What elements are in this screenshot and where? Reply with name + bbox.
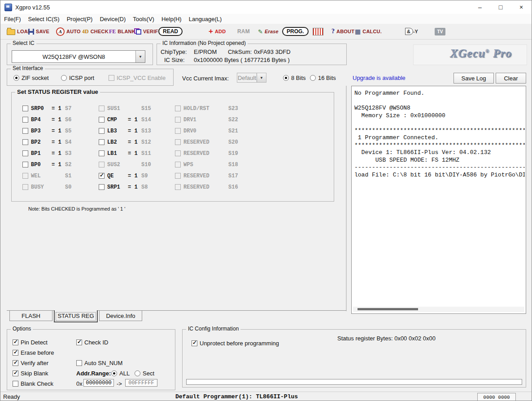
bit-bp0[interactable]: BP0 = 1 S2: [22, 161, 71, 168]
splitter[interactable]: [346, 86, 347, 311]
reserved-s17-checkbox[interactable]: [175, 173, 181, 179]
unprotect-checkbox[interactable]: Unprotect before programming: [192, 339, 279, 347]
bp0-checkbox[interactable]: [22, 162, 28, 167]
bit-hold-rst[interactable]: HOLD/RST S23: [175, 105, 238, 112]
bit-reserved-s19[interactable]: RESERVED S19: [175, 150, 238, 157]
auto-sn-checkbox[interactable]: Auto SN_NUM: [76, 359, 122, 366]
bp3-checkbox[interactable]: [22, 128, 28, 134]
icsp-port-radio[interactable]: ICSP port: [61, 74, 94, 81]
bit-bp4[interactable]: BP4 = 1 S6: [22, 116, 71, 123]
unprotect-input[interactable]: [192, 340, 197, 346]
reserved-s20-checkbox[interactable]: [175, 139, 181, 145]
about-button[interactable]: ? ABOUT: [331, 26, 355, 37]
bit-srp1[interactable]: SRP1 = 1 S8: [99, 183, 148, 191]
range-to-input[interactable]: [125, 379, 157, 387]
bit-lb3[interactable]: LB3 = 1 S13: [99, 127, 151, 135]
tab-device-info[interactable]: Device.Info: [99, 311, 142, 321]
addr-all-input[interactable]: [111, 370, 117, 376]
bit-bp1[interactable]: BP1 = 1 S3: [22, 150, 71, 157]
prog-button[interactable]: PROG.: [281, 26, 310, 37]
bit-drv0[interactable]: DRV0 S21: [175, 127, 238, 135]
bit-busy[interactable]: BUSY S0: [22, 183, 71, 191]
bits16-radio[interactable]: 16 Bits: [310, 74, 336, 81]
calcu-button[interactable]: ▦ CALCU.: [354, 26, 383, 37]
icsp-radio-input[interactable]: [61, 75, 67, 81]
tv-button[interactable]: TV: [434, 26, 446, 37]
drv0-checkbox[interactable]: [175, 128, 181, 134]
bit-bp2[interactable]: BP2 = 1 S4: [22, 138, 71, 146]
sus2-checkbox[interactable]: [99, 162, 105, 167]
bit-wel[interactable]: WEL S1: [22, 172, 71, 180]
reserved-s19-checkbox[interactable]: [175, 150, 181, 156]
auto-sn-input[interactable]: [76, 360, 82, 366]
lb2-checkbox[interactable]: [99, 139, 105, 145]
bp1-checkbox[interactable]: [22, 150, 28, 156]
clear-button[interactable]: Clear: [496, 73, 526, 84]
save-button[interactable]: SAVE: [27, 26, 50, 37]
bit-srp0[interactable]: SRP0 = 1 S7: [22, 105, 71, 112]
maximize-button[interactable]: □: [490, 0, 511, 14]
check-id-input[interactable]: [76, 339, 82, 345]
cmp-checkbox[interactable]: [99, 117, 105, 123]
bit-drv1[interactable]: DRV1 S22: [175, 116, 238, 123]
bit-sus1[interactable]: SUS1 S15: [99, 105, 151, 112]
icsp-vcc-input[interactable]: [109, 75, 114, 81]
check-id-checkbox[interactable]: Check ID: [76, 339, 108, 346]
chevron-down-icon[interactable]: ▼: [135, 51, 145, 62]
wps-checkbox[interactable]: [175, 162, 181, 167]
srp0-checkbox[interactable]: [22, 106, 28, 111]
read-button[interactable]: READ: [157, 26, 183, 37]
busy-checkbox[interactable]: [22, 184, 28, 190]
pin-detect-checkbox[interactable]: Pin Detect: [13, 339, 48, 346]
lb1-checkbox[interactable]: [99, 150, 105, 156]
bit-reserved-s20[interactable]: RESERVED S20: [175, 138, 238, 146]
verify-after-input[interactable]: [13, 360, 18, 366]
menu-language[interactable]: Language(L): [185, 14, 226, 24]
hold-rst-checkbox[interactable]: [175, 106, 181, 111]
menu-select-ic[interactable]: Select IC(S): [25, 14, 63, 24]
menu-tools[interactable]: Tools(V): [129, 14, 158, 24]
bit-sus2[interactable]: SUS2 S10: [99, 161, 151, 168]
pin-detect-input[interactable]: [13, 339, 18, 345]
ram-button[interactable]: RAM: [236, 26, 251, 37]
vcc-current-dropdown[interactable]: Default ▼: [237, 73, 266, 83]
zif-radio-input[interactable]: [13, 75, 19, 81]
auto-button[interactable]: A AUTO: [55, 26, 82, 37]
sus1-checkbox[interactable]: [99, 106, 105, 111]
log-horizontal-scrollbar[interactable]: [353, 307, 524, 312]
icsp-vcc-checkbox[interactable]: ICSP_VCC Enable: [109, 74, 166, 81]
menu-help[interactable]: Help(H): [158, 14, 185, 24]
reserved-s16-checkbox[interactable]: [175, 184, 181, 190]
scrollbar-thumb[interactable]: [358, 308, 418, 310]
chip-test-button[interactable]: [312, 26, 324, 37]
save-log-button[interactable]: Save Log: [454, 73, 494, 84]
lb3-checkbox[interactable]: [99, 128, 105, 134]
bits16-input[interactable]: [310, 75, 316, 81]
drv1-checkbox[interactable]: [175, 117, 181, 123]
addr-all-radio[interactable]: ALL: [111, 370, 130, 377]
close-button[interactable]: ×: [511, 0, 532, 14]
bit-lb1[interactable]: LB1 = 1 S11: [99, 150, 151, 157]
menu-file[interactable]: File(F): [0, 14, 25, 24]
zif-socket-radio[interactable]: ZIF socket: [13, 74, 49, 81]
blank-check-checkbox[interactable]: Blank Check: [13, 380, 53, 387]
tab-flash[interactable]: FLASH: [9, 311, 52, 321]
menu-project[interactable]: Project(P): [63, 14, 96, 24]
erase-before-checkbox[interactable]: Erase before: [13, 349, 54, 356]
bit-cmp[interactable]: CMP = 1 S14: [99, 116, 151, 123]
blank-button[interactable]: FE BLANK: [108, 26, 136, 37]
bit-reserved-s16[interactable]: RESERVED S16: [175, 183, 238, 191]
minimize-button[interactable]: –: [470, 0, 490, 14]
verify-after-checkbox[interactable]: Verify after: [13, 359, 48, 366]
srp1-checkbox[interactable]: [99, 184, 105, 190]
blank-check-input[interactable]: [13, 381, 18, 387]
upgrade-link[interactable]: Upgrade is available: [353, 75, 406, 81]
skip-blank-input[interactable]: [13, 370, 18, 376]
erase-button[interactable]: ✎ Erase: [257, 26, 279, 37]
bp2-checkbox[interactable]: [22, 139, 28, 145]
erase-before-input[interactable]: [13, 350, 18, 356]
wel-checkbox[interactable]: [22, 173, 28, 179]
addr-sect-radio[interactable]: Sect: [135, 370, 154, 377]
chevron-down-icon[interactable]: ▼: [257, 73, 266, 82]
menu-device[interactable]: Device(D): [96, 14, 129, 24]
